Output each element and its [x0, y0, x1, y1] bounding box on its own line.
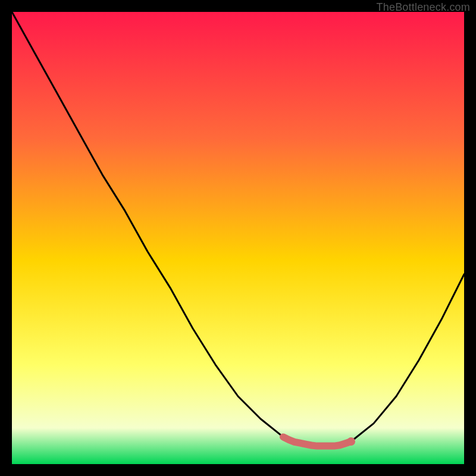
chart-svg: [12, 12, 464, 464]
chart-container: TheBottleneck.com: [0, 0, 476, 476]
watermark-text: TheBottleneck.com: [377, 1, 470, 14]
optimal-range-end-dot: [347, 437, 355, 446]
plot-area: [12, 12, 464, 464]
